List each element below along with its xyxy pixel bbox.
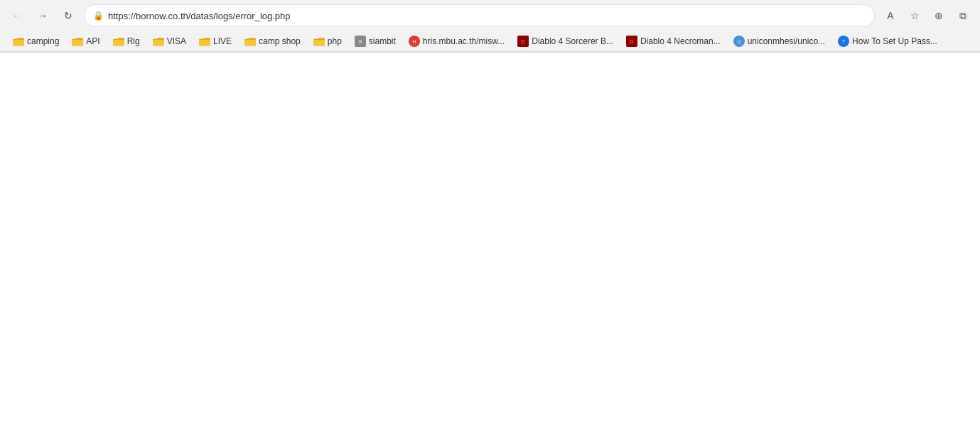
svg-rect-3 <box>72 40 83 46</box>
forward-button[interactable]: → <box>33 6 53 26</box>
svg-text:S: S <box>358 38 362 45</box>
top-bar: ← → ↻ 🔒 A ☆ ⊕ ⧉ <box>0 0 980 31</box>
bookmark-label: Diablo 4 Necroman... <box>640 36 721 46</box>
split-view-button[interactable]: ⧉ <box>953 6 973 26</box>
svg-rect-13 <box>313 40 325 46</box>
folder-icon <box>153 36 164 46</box>
page-content <box>0 53 980 429</box>
svg-rect-9 <box>199 40 210 46</box>
bookmark-label: siambit <box>369 36 396 46</box>
favicon-icon: D <box>626 36 637 47</box>
favicon-icon: ? <box>838 36 849 47</box>
bookmark-label: Rig <box>127 36 140 46</box>
address-bar-wrap: 🔒 <box>84 4 875 27</box>
favicon-icon: U <box>733 36 745 47</box>
favicon-icon: D <box>517 36 529 47</box>
bookmark-visa[interactable]: VISA <box>147 34 192 48</box>
bookmark-php[interactable]: php <box>308 34 348 48</box>
bookmark-label: How To Set Up Pass... <box>852 36 937 46</box>
bookmark-camp-shop[interactable]: camp shop <box>239 34 306 48</box>
bookmark-api[interactable]: API <box>66 34 105 48</box>
svg-rect-5 <box>113 40 124 46</box>
bookmark-star-button[interactable]: ☆ <box>905 6 925 26</box>
bookmark-unicorn[interactable]: Uuniconmhesi/unico... <box>728 33 831 49</box>
folder-icon <box>113 36 124 46</box>
lock-icon: 🔒 <box>93 11 104 21</box>
bookmark-label: uniconmhesi/unico... <box>748 36 825 46</box>
bookmark-rig[interactable]: Rig <box>107 34 146 48</box>
bookmark-diablo4-sorc[interactable]: DDiablo 4 Sorcerer B... <box>512 33 619 49</box>
svg-text:?: ? <box>842 39 845 44</box>
favicon-icon: H <box>409 36 420 47</box>
bookmark-label: API <box>86 36 99 46</box>
svg-rect-1 <box>13 40 24 46</box>
svg-text:H: H <box>412 39 416 44</box>
bookmark-live[interactable]: LIVE <box>193 34 237 48</box>
favicon-icon: S <box>355 36 366 47</box>
reload-button[interactable]: ↻ <box>58 6 78 26</box>
back-button[interactable]: ← <box>7 6 27 26</box>
bookmark-label: camp shop <box>259 36 301 46</box>
svg-text:D: D <box>630 38 634 45</box>
bookmark-diablo4-necro[interactable]: DDiablo 4 Necroman... <box>620 33 726 49</box>
folder-icon <box>244 36 256 46</box>
svg-rect-11 <box>244 40 256 46</box>
folder-icon <box>313 36 325 46</box>
bookmark-label: camping <box>27 36 59 46</box>
folder-icon <box>199 36 210 46</box>
font-size-button[interactable]: A <box>881 6 900 26</box>
bookmark-siambit[interactable]: Ssiambit <box>349 33 402 49</box>
browser-chrome: ← → ↻ 🔒 A ☆ ⊕ ⧉ camping <box>0 0 980 53</box>
bookmark-label: VISA <box>167 36 186 46</box>
svg-text:U: U <box>737 39 741 44</box>
top-right-icons: A ☆ ⊕ ⧉ <box>881 6 973 26</box>
folder-icon <box>72 36 83 46</box>
bookmark-label: Diablo 4 Sorcerer B... <box>532 36 613 46</box>
bookmarks-bar: camping API Rig VISA LIVE camp shop phpS… <box>0 31 980 52</box>
bookmark-label: hris.mbu.ac.th/misw... <box>423 36 505 46</box>
address-input[interactable] <box>108 11 866 21</box>
svg-text:D: D <box>521 38 525 45</box>
extensions-button[interactable]: ⊕ <box>929 6 949 26</box>
bookmark-hris[interactable]: Hhris.mbu.ac.th/misw... <box>403 33 510 49</box>
bookmark-howto-pass[interactable]: ?How To Set Up Pass... <box>832 33 943 49</box>
bookmark-label: php <box>328 36 342 46</box>
svg-rect-7 <box>153 40 164 46</box>
bookmark-label: LIVE <box>213 36 232 46</box>
bookmark-camping[interactable]: camping <box>7 34 65 48</box>
folder-icon <box>13 36 24 46</box>
